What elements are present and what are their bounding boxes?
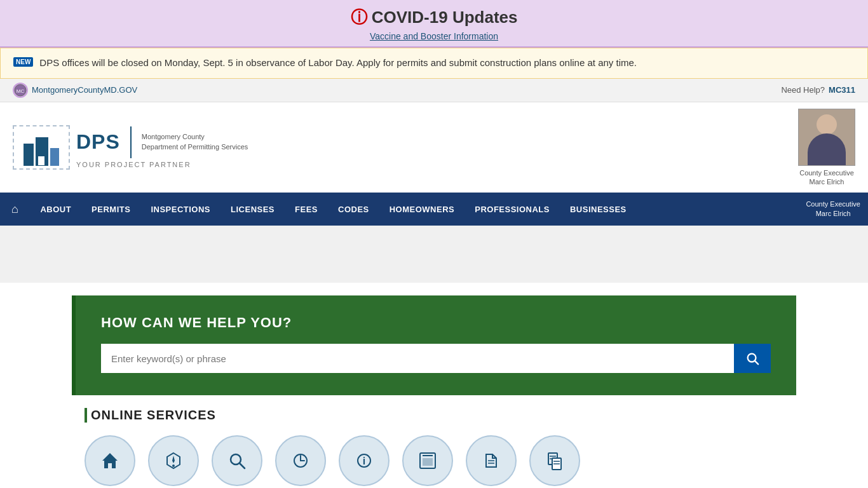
- service-icon-0: [85, 435, 135, 486]
- exec-title: County Executive Marc Elrich: [799, 168, 854, 187]
- building-icon: [13, 125, 70, 170]
- svg-line-3: [755, 361, 758, 364]
- header: DPS Montgomery County Department of Perm…: [0, 102, 868, 193]
- need-help-text: Need Help?: [781, 85, 825, 95]
- service-item-7[interactable]: [529, 435, 580, 486]
- nav-exec-info: County Executive Marc Elrich: [798, 193, 868, 226]
- svg-text:MC: MC: [17, 88, 25, 94]
- service-item-4[interactable]: i: [339, 435, 390, 486]
- nav-codes[interactable]: CODES: [328, 193, 379, 226]
- online-services-heading: ONLINE SERVICES: [85, 408, 783, 423]
- nav-licenses[interactable]: LICENSES: [220, 193, 285, 226]
- online-services-section: ONLINE SERVICES: [72, 408, 796, 486]
- covid-title-text: COVID-19 Updates: [372, 8, 518, 27]
- org-name-area: Montgomery County Department of Permitti…: [142, 132, 248, 152]
- nav-businesses[interactable]: BUSINESSES: [560, 193, 637, 226]
- dps-text-area: DPS Montgomery County Department of Perm…: [76, 126, 248, 168]
- help-section: Need Help? MC311: [781, 85, 855, 95]
- exec-portrait: [798, 109, 855, 166]
- search-row: [101, 344, 771, 373]
- svg-text:i: i: [363, 456, 365, 466]
- nav-inspections[interactable]: INSPECTIONS: [140, 193, 220, 226]
- nav-home[interactable]: ⌂: [0, 193, 30, 226]
- nav-fees[interactable]: FEES: [285, 193, 328, 226]
- org-name: Montgomery County: [142, 132, 248, 142]
- covid-banner: ⓘ COVID-19 Updates Vaccine and Booster I…: [0, 0, 868, 48]
- top-nav: MC MontgomeryCountyMD.GOV Need Help? MC3…: [0, 79, 868, 102]
- service-item-6[interactable]: [466, 435, 517, 486]
- service-item-1[interactable]: [148, 435, 199, 486]
- search-icon: [745, 351, 759, 365]
- county-link[interactable]: MC MontgomeryCountyMD.GOV: [13, 83, 137, 98]
- service-item-3[interactable]: [275, 435, 326, 486]
- nav-professionals[interactable]: PROFESSIONALS: [465, 193, 560, 226]
- search-input[interactable]: [101, 344, 734, 373]
- nav-permits[interactable]: PERMITS: [81, 193, 140, 226]
- alert-banner: NEW DPS offices will be closed on Monday…: [0, 48, 868, 79]
- hero-area: [0, 226, 868, 283]
- county-seal-icon: MC: [13, 83, 28, 98]
- service-icon-7: [529, 435, 580, 486]
- search-section: HOW CAN WE HELP YOU?: [72, 295, 796, 395]
- svg-point-4: [172, 464, 175, 467]
- service-icon-1: [148, 435, 199, 486]
- alert-text: DPS offices will be closed on Monday, Se…: [39, 56, 637, 71]
- services-row: i: [85, 435, 783, 486]
- svg-line-6: [240, 463, 245, 468]
- search-button[interactable]: [734, 344, 771, 373]
- mc311-link[interactable]: MC311: [829, 85, 855, 95]
- nav-exec-text: County Executive Marc Elrich: [806, 200, 860, 219]
- service-item-5[interactable]: [402, 435, 453, 486]
- service-item-0[interactable]: [85, 435, 135, 486]
- header-divider: [130, 126, 132, 158]
- service-icon-5: [402, 435, 453, 486]
- vaccine-link[interactable]: Vaccine and Booster Information: [370, 31, 498, 41]
- dps-abbreviation: DPS: [76, 130, 120, 154]
- county-link-text: MontgomeryCountyMD.GOV: [32, 85, 137, 95]
- nav-about[interactable]: ABOUT: [30, 193, 81, 226]
- main-nav: ⌂ ABOUT PERMITS INSPECTIONS LICENSES FEE…: [0, 193, 868, 226]
- svg-rect-11: [423, 458, 433, 466]
- covid-title-link[interactable]: ⓘ COVID-19 Updates: [13, 6, 855, 29]
- service-item-2[interactable]: [212, 435, 262, 486]
- new-badge: NEW: [13, 57, 33, 67]
- service-icon-6: [466, 435, 517, 486]
- service-icon-4: i: [339, 435, 390, 486]
- exec-photo-area: County Executive Marc Elrich: [798, 109, 855, 187]
- logo-area: DPS Montgomery County Department of Perm…: [13, 125, 248, 170]
- search-heading: HOW CAN WE HELP YOU?: [101, 315, 771, 331]
- exclaim-icon: ⓘ: [351, 8, 367, 27]
- org-full: Department of Permitting Services: [142, 142, 248, 152]
- service-icon-3: [275, 435, 326, 486]
- dps-tagline: YOUR PROJECT PARTNER: [76, 161, 248, 168]
- nav-homeowners[interactable]: HOMEOWNERS: [379, 193, 465, 226]
- service-icon-2: [212, 435, 262, 486]
